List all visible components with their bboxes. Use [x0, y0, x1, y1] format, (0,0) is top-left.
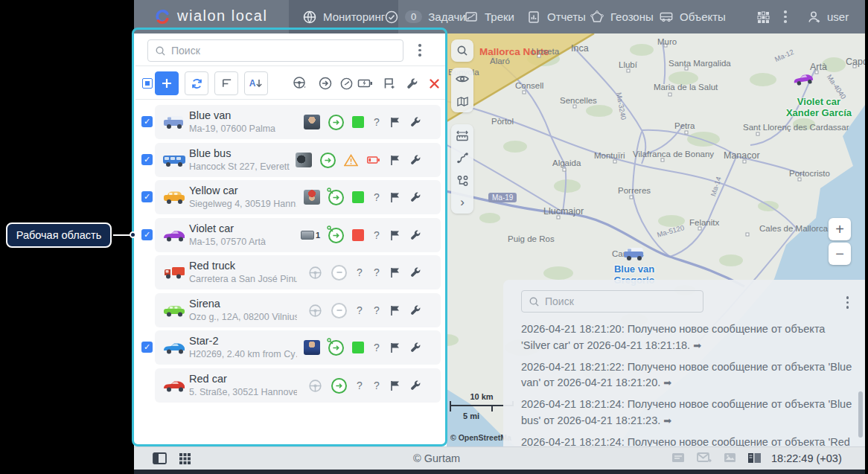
unit-row-violet-car[interactable]: Violet car Ma-15, 07570 Artà 1 ?: [155, 218, 441, 252]
driver-photo[interactable]: [304, 340, 320, 355]
driver-photo[interactable]: [296, 153, 312, 167]
connection-unknown: ?: [355, 379, 364, 391]
bottom-apps-grid-button[interactable]: [179, 452, 191, 468]
wrench-icon[interactable]: [409, 379, 421, 391]
clear-list-icon[interactable]: [426, 76, 442, 91]
working-area-callout: Рабочая область: [6, 222, 112, 248]
unit-checkbox[interactable]: ✓: [141, 116, 153, 127]
nav-more-menu[interactable]: [784, 0, 787, 33]
goto-message-icon[interactable]: ➡: [663, 377, 671, 388]
no-driver-icon[interactable]: [307, 303, 323, 318]
flag-icon[interactable]: [389, 379, 401, 391]
properties-wrench-icon[interactable]: [403, 76, 420, 91]
motion-moving-icon: [331, 378, 347, 394]
expand-tools-button[interactable]: ›: [451, 191, 473, 214]
violet-car-map-label[interactable]: Violet car Xander García: [767, 97, 865, 119]
sensor-unknown: ?: [372, 342, 381, 353]
kebab-menu-icon: [784, 10, 787, 23]
messages-icon[interactable]: [697, 452, 712, 467]
blue-van-marker[interactable]: [619, 245, 649, 263]
select-all-checkbox[interactable]: [142, 78, 153, 89]
flag-icon[interactable]: [389, 116, 401, 128]
battery-filter-icon[interactable]: [357, 76, 374, 91]
unit-row-red-truck[interactable]: Red truck Carretera a San José Pinul… ? …: [155, 255, 441, 289]
wrench-icon[interactable]: [409, 191, 421, 203]
log-entry-text: 2026-04-21 18:21:22: Получено новое сооб…: [521, 361, 852, 389]
sort-a-label: A: [249, 78, 256, 89]
flag-icon[interactable]: [389, 342, 401, 353]
wrench-icon[interactable]: [409, 229, 421, 241]
log-menu-icon[interactable]: [846, 296, 849, 309]
no-driver-icon[interactable]: [307, 378, 323, 394]
map-label: Algaida: [552, 158, 581, 167]
tab-monitoring[interactable]: Мониторинг: [289, 0, 398, 33]
add-flag-icon[interactable]: [381, 76, 398, 91]
flag-icon[interactable]: [389, 266, 401, 278]
route-button[interactable]: [451, 147, 473, 169]
unit-row-red-car[interactable]: Red car 5. Straße, 30521 Hannover ? ?: [155, 368, 441, 403]
wrench-icon[interactable]: [409, 304, 421, 316]
data-accuracy-icon[interactable]: [338, 76, 354, 91]
flag-icon[interactable]: [389, 191, 401, 203]
unit-row-yellow-car[interactable]: Yellow car Siegelweg 4, 30519 Hann… ?: [155, 180, 441, 214]
tab-units[interactable]: Объекты: [659, 0, 726, 33]
unit-checkbox[interactable]: ✓: [141, 342, 153, 353]
map-layers-button[interactable]: [451, 90, 473, 112]
wrench-icon[interactable]: [409, 266, 421, 278]
wrench-icon[interactable]: [409, 342, 421, 353]
goto-message-icon[interactable]: ➡: [693, 340, 701, 351]
map-search-button[interactable]: [451, 39, 473, 62]
flag-icon[interactable]: [389, 304, 401, 316]
unit-row-blue-van[interactable]: Blue van Ma-19, 07600 Palma ?: [155, 105, 441, 139]
no-driver-icon[interactable]: [307, 265, 323, 281]
tab-tracks[interactable]: Треки: [464, 0, 514, 33]
tab-geofences[interactable]: Геозоны: [590, 0, 654, 33]
trailer-assignment[interactable]: 1: [301, 231, 320, 240]
motion-stationary-icon: [331, 265, 347, 281]
unit-name: Blue van: [189, 109, 231, 121]
motion-state-icon[interactable]: [317, 76, 334, 91]
sort-button[interactable]: A: [244, 71, 268, 95]
tab-label: Треки: [485, 10, 514, 23]
refresh-button[interactable]: [185, 71, 208, 95]
unit-row-star-2[interactable]: Star-2 H20269, 2.40 km from Cy… ?: [155, 330, 441, 365]
unit-checkbox[interactable]: ✓: [141, 154, 153, 165]
apps-grid-button[interactable]: [756, 0, 770, 33]
wrench-icon[interactable]: [409, 154, 421, 166]
drivers-filter-icon[interactable]: [292, 76, 308, 91]
nearest-units-button[interactable]: [451, 169, 473, 191]
driver-photo[interactable]: [304, 190, 320, 205]
ruler-button[interactable]: [451, 124, 473, 147]
tab-tasks[interactable]: 0 Задачи: [384, 0, 466, 33]
unit-search-input[interactable]: [171, 45, 403, 57]
visibility-eye-button[interactable]: [451, 68, 473, 90]
goto-message-icon[interactable]: ➡: [663, 415, 671, 426]
notices-icon[interactable]: [671, 452, 685, 466]
map-label: Portocristo: [789, 169, 830, 178]
tab-reports[interactable]: Отчеты: [526, 0, 586, 33]
unit-checkbox[interactable]: ✓: [141, 191, 153, 202]
toggle-left-panel-button[interactable]: [153, 452, 167, 467]
media-icon[interactable]: [724, 452, 736, 466]
unit-name: Red truck: [189, 260, 235, 272]
zoom-in-button[interactable]: +: [829, 218, 851, 240]
map-label: Alaró: [490, 57, 510, 65]
user-menu[interactable]: user: [806, 0, 849, 33]
log-scrollbar-thumb[interactable]: [858, 391, 863, 438]
unit-name: Violet car: [189, 222, 234, 234]
unit-checkbox[interactable]: ✓: [141, 229, 153, 240]
unit-row-blue-bus[interactable]: Blue bus Hancock St 227, Everett: [155, 143, 441, 177]
unit-name: Sirena: [189, 298, 220, 310]
log-search-input[interactable]: [545, 295, 703, 307]
zoom-out-button[interactable]: −: [829, 243, 851, 265]
wrench-icon[interactable]: [409, 116, 421, 128]
driver-photo[interactable]: [304, 115, 320, 129]
unit-search-box: [147, 39, 403, 62]
flag-icon[interactable]: [389, 154, 401, 166]
tree-view-button[interactable]: [214, 71, 238, 95]
unit-row-sirena[interactable]: Sirena Ozo g., 12A, 08200 Vilnius ? ?: [155, 293, 441, 327]
add-unit-button[interactable]: [155, 71, 179, 95]
flag-icon[interactable]: [389, 229, 401, 241]
log-toggle-icon[interactable]: [747, 452, 762, 467]
panel-menu-icon[interactable]: [418, 44, 421, 57]
